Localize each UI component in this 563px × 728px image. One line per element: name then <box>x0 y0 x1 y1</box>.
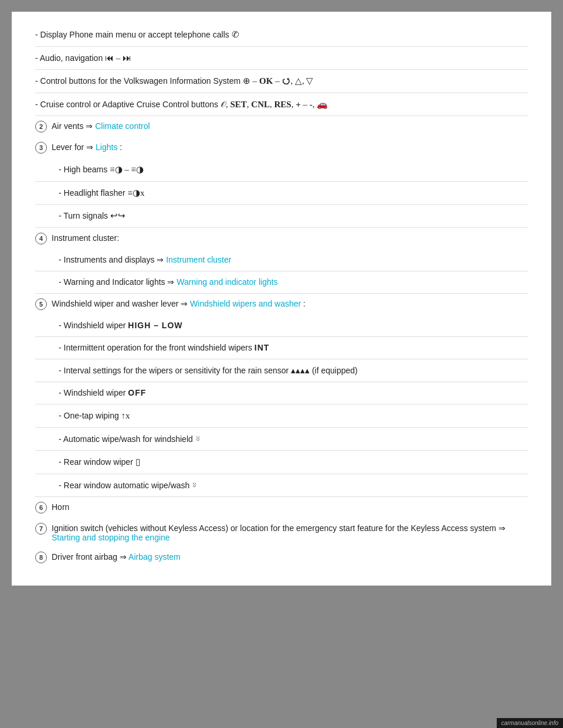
headlight-symbol: ≡◑x <box>128 188 145 198</box>
row-rear-auto: - Rear window automatic wipe/wash ⍤ <box>35 474 528 498</box>
section-8-text: Driver front airbag ⇒ Airbag system <box>52 552 181 562</box>
section-8-header: 8 Driver front airbag ⇒ Airbag system <box>35 547 528 568</box>
circle-8: 8 <box>35 552 47 563</box>
circle-2: 2 <box>35 121 47 132</box>
section-3-header: 3 Lever for ⇒ Lights : <box>35 137 528 158</box>
high-beams-symbol: ≡◑ – ≡◑ <box>110 165 144 174</box>
one-tap-symbol: ↑x <box>121 411 130 420</box>
off-symbol: OFF <box>128 388 146 397</box>
link-climate-control[interactable]: Climate control <box>95 121 150 131</box>
circle-3: 3 <box>35 142 47 154</box>
section-7-text: Ignition switch (vehicles without Keyles… <box>52 523 528 542</box>
row-rear-wiper: - Rear window wiper ▯ <box>35 451 528 474</box>
row-warning-lights: - Warning and Indicator lights ⇒ Warning… <box>35 271 528 294</box>
row-instruments-displays: - Instruments and displays ⇒ Instrument … <box>35 249 528 271</box>
section-6-header: 6 Horn <box>35 497 528 518</box>
section-7-header: 7 Ignition switch (vehicles without Keyl… <box>35 518 528 547</box>
page-container: - Display Phone main menu or accept tele… <box>12 12 551 586</box>
circle-6: 6 <box>35 502 47 513</box>
rear-wiper-symbol: ▯ <box>135 457 140 467</box>
rain-sensor-symbol: ▴▴▴▴ <box>291 366 310 375</box>
row-interval-settings: - Interval settings for the wipers or se… <box>35 359 528 383</box>
row-audio: - Audio, navigation ⏮ – ⏭ <box>35 47 528 70</box>
link-windshield-wipers[interactable]: Windshield wipers and washer <box>190 299 301 308</box>
section-4-text: Instrument cluster: <box>52 233 119 243</box>
row-control: - Control buttons for the Volkswagen Inf… <box>35 70 528 93</box>
section-6-text: Horn <box>52 502 69 512</box>
row-windshield-wiper: - Windshield wiper HIGH – LOW <box>35 315 528 337</box>
row-turn-signals: - Turn signals ↩↪ <box>35 205 528 228</box>
row-intermittent: - Intermittent operation for the front w… <box>35 337 528 359</box>
link-warning-lights[interactable]: Warning and indicator lights <box>177 277 277 287</box>
section-4-header: 4 Instrument cluster: <box>35 228 528 249</box>
row-cruise: - Cruise control or Adaptive Cruise Cont… <box>35 93 528 117</box>
watermark: carmanualsonline.info <box>497 718 563 728</box>
phone-symbol: ✆ <box>232 30 239 39</box>
section-3-text: Lever for ⇒ Lights : <box>52 142 122 152</box>
arrow-2: ⇒ <box>86 121 95 131</box>
section-5-text: Windshield wiper and washer lever ⇒ Wind… <box>52 299 306 308</box>
turn-signals-symbol: ↩↪ <box>110 211 126 220</box>
row-high-beams: - High beams ≡◑ – ≡◑ <box>35 158 528 182</box>
row-phone: - Display Phone main menu or accept tele… <box>35 23 528 47</box>
link-instrument-cluster[interactable]: Instrument cluster <box>166 255 231 264</box>
cruise-symbol: 𝒪, SET, CNL, RES, + – -, 🚗 <box>221 100 328 109</box>
link-airbag-system[interactable]: Airbag system <box>128 552 181 562</box>
row-wiper-off: - Windshield wiper OFF <box>35 382 528 404</box>
wiper-high-low-symbol: HIGH – LOW <box>128 321 182 330</box>
rear-auto-symbol: ⍤ <box>192 481 197 490</box>
section-2-text: Air vents ⇒ Climate control <box>52 121 150 131</box>
circle-7: 7 <box>35 523 47 535</box>
int-symbol: INT <box>255 343 270 352</box>
row-one-tap: - One-tap wiping ↑x <box>35 404 528 428</box>
section-2: 2 Air vents ⇒ Climate control <box>35 116 528 137</box>
link-lights[interactable]: Lights <box>96 142 117 152</box>
row-auto-wipe: - Automatic wipe/wash for windshield ⍤ <box>35 428 528 451</box>
audio-symbol: ⏮ – ⏭ <box>105 53 131 63</box>
link-starting-engine[interactable]: Starting and stopping the engine <box>52 533 170 542</box>
circle-4: 4 <box>35 233 47 244</box>
circle-5: 5 <box>35 298 47 310</box>
section-5-header: 5 Windshield wiper and washer lever ⇒ Wi… <box>35 294 528 315</box>
auto-wipe-symbol: ⍤ <box>195 434 201 444</box>
row-headlight-flasher: - Headlight flasher ≡◑x <box>35 182 528 205</box>
control-symbol: ⊕ – OK – ⭯, △, ▽ <box>243 76 313 86</box>
